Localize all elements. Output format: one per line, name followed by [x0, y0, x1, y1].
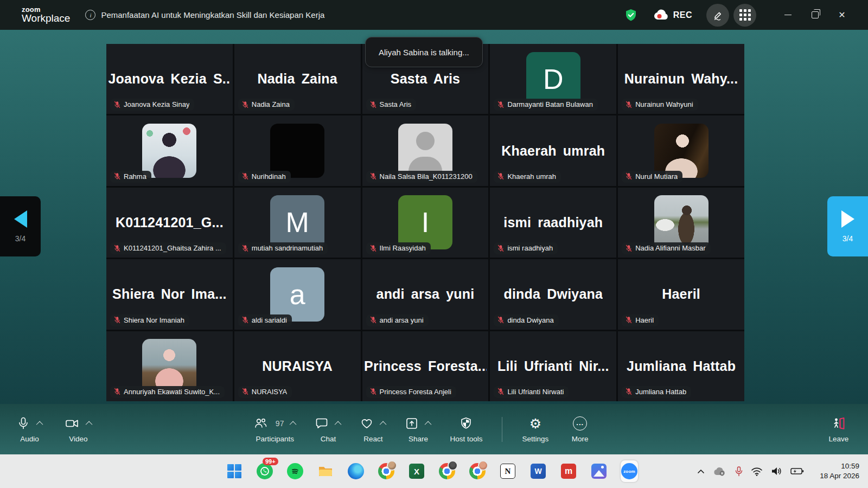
annotate-button[interactable]	[706, 4, 729, 27]
restore-button[interactable]	[805, 5, 825, 25]
recording-indicator[interactable]: REC	[653, 9, 692, 21]
react-chevron-icon[interactable]	[380, 421, 387, 428]
participant-tile[interactable]: Lili Ufrianti Nir... Lili Ufrianti Nirwa…	[490, 331, 616, 401]
taskbar-clock[interactable]: 10:59 18 Apr 2026	[820, 461, 859, 481]
photos-icon[interactable]	[590, 463, 608, 480]
chrome-icon-profile3[interactable]	[469, 463, 486, 480]
meeting-main-area: Joanova Kezia S... Joanova Kezia Sinay N…	[0, 30, 868, 454]
chat-button[interactable]: Chat	[315, 415, 341, 443]
zoom-app-icon[interactable]: zoom	[621, 463, 638, 480]
excel-icon[interactable]: X	[408, 463, 425, 480]
participant-tile[interactable]: dinda Dwiyana dinda Dwiyana	[490, 259, 616, 329]
zoom-workplace-logo: zoom Workplace	[22, 6, 70, 24]
audio-options-chevron-icon[interactable]	[36, 421, 43, 428]
muted-mic-icon	[113, 245, 121, 252]
muted-mic-icon	[625, 101, 633, 108]
participant-tile[interactable]: Princess Foresta... Princess Foresta Anj…	[362, 331, 489, 401]
participant-tile[interactable]: Rahma	[106, 115, 233, 185]
participants-chevron-icon[interactable]	[290, 421, 297, 428]
mendeley-icon[interactable]: m	[560, 463, 577, 480]
volume-icon[interactable]	[771, 466, 782, 476]
participant-tile[interactable]: andi arsa yuni andi arsa yuni	[362, 259, 489, 329]
participant-tile[interactable]: I Ilmi Raasyidah	[362, 188, 489, 258]
participant-tile[interactable]: a aldi sarialdi	[234, 259, 361, 329]
host-tools-button[interactable]: Host tools	[450, 415, 482, 443]
muted-mic-icon	[113, 101, 121, 108]
participant-name-text: Joanova Kezia Sinay	[124, 100, 189, 108]
muted-mic-icon	[369, 172, 377, 180]
leave-button[interactable]: Leave	[826, 415, 852, 443]
audio-button[interactable]: Audio	[16, 415, 43, 443]
participant-name-label: Nadia Alifianni Masbar	[622, 242, 710, 254]
participant-tile[interactable]: Khaerah umrah Khaerah umrah	[490, 115, 616, 185]
participant-tile[interactable]: Nurainun Wahy... Nurainun Wahyuni	[618, 44, 744, 114]
participant-avatar	[654, 124, 709, 178]
onedrive-icon[interactable]	[713, 466, 727, 476]
muted-mic-icon	[497, 316, 505, 324]
notion-icon[interactable]: N	[499, 463, 516, 480]
share-button[interactable]: Share	[405, 415, 431, 443]
chrome-icon-profile1[interactable]	[378, 463, 395, 480]
participant-tile[interactable]: Nadia Alifianni Masbar	[618, 188, 744, 258]
pencil-icon	[712, 9, 724, 21]
participant-tile[interactable]: ismi raadhiyah ismi raadhiyah	[490, 188, 616, 258]
participant-tile[interactable]: Haeril Haeril	[618, 259, 744, 329]
participant-avatar	[270, 124, 324, 178]
muted-mic-icon	[625, 316, 633, 324]
tray-microphone-icon[interactable]	[735, 466, 743, 477]
share-chevron-icon[interactable]	[425, 421, 432, 428]
more-button[interactable]: ... More	[567, 415, 593, 443]
video-button[interactable]: Video	[65, 415, 92, 443]
active-speaker-toast: Aliyah Sabina is talking...	[365, 37, 483, 67]
chat-chevron-icon[interactable]	[335, 421, 342, 428]
participant-big-name: Princess Foresta...	[364, 358, 487, 374]
spotify-icon[interactable]	[286, 463, 304, 480]
participant-tile[interactable]: K011241201_G... K011241201_Ghaitsa Zahir…	[106, 188, 233, 258]
participants-button[interactable]: 97 Participants	[253, 415, 297, 443]
participant-name-text: ismi raadhiyah	[507, 244, 553, 252]
participant-name-label: Lili Ufrianti Nirwati	[494, 386, 569, 398]
participant-tile[interactable]: Jumliana Hattab Jumliana Hattab	[618, 331, 744, 401]
chrome-icon-profile2[interactable]	[438, 463, 456, 480]
clock-time: 10:59	[820, 461, 859, 471]
participant-tile[interactable]: Naila Salsa Bila_K011231200	[362, 115, 489, 185]
leave-label: Leave	[829, 435, 849, 443]
whatsapp-badge: 99+	[263, 458, 278, 465]
tray-expand-chevron-icon[interactable]	[697, 469, 705, 474]
participant-tile[interactable]: M mutiah sandrinamutiah	[234, 188, 361, 258]
participant-tile[interactable]: Joanova Kezia S... Joanova Kezia Sinay	[106, 44, 233, 114]
wifi-icon[interactable]	[751, 467, 763, 476]
participant-name-label: Rahma	[110, 171, 151, 183]
participant-big-name: NURAISYA	[262, 358, 333, 374]
close-icon: ✕	[838, 11, 845, 20]
file-explorer-icon[interactable]	[317, 463, 334, 480]
meeting-info[interactable]: i Pemanfaatan AI untuk Meningkatkan Skil…	[85, 10, 324, 20]
participant-tile[interactable]: Nurul Mutiara	[618, 115, 744, 185]
participant-tile[interactable]: NURAISYA NURAISYA	[234, 331, 361, 401]
next-page-button[interactable]: 3/4	[827, 196, 868, 256]
whatsapp-icon[interactable]: 99+	[256, 463, 273, 480]
share-screen-icon	[405, 416, 419, 431]
minimize-button[interactable]	[778, 5, 797, 25]
word-icon[interactable]: W	[529, 463, 547, 480]
muted-mic-icon	[497, 101, 505, 108]
muted-mic-icon	[241, 172, 249, 180]
close-button[interactable]: ✕	[832, 5, 852, 25]
security-shield-icon[interactable]	[625, 9, 637, 22]
start-button[interactable]	[226, 463, 243, 480]
react-button[interactable]: React	[360, 415, 386, 443]
participant-tile[interactable]: Shiera Nor Ima... Shiera Nor Imaniah	[106, 259, 233, 329]
participant-tile[interactable]: Annuriyah Ekawati Suwito_K...	[106, 331, 233, 401]
participant-tile[interactable]: D Darmayanti Batan Bulawan	[490, 44, 616, 114]
apps-button[interactable]	[733, 4, 756, 27]
settings-button[interactable]: ⚙ Settings	[522, 415, 548, 443]
participant-tile[interactable]: Nurihdinah	[234, 115, 361, 185]
edge-icon[interactable]	[347, 463, 365, 480]
settings-label: Settings	[522, 435, 548, 443]
video-options-chevron-icon[interactable]	[86, 421, 93, 428]
previous-page-button[interactable]: 3/4	[0, 196, 41, 256]
rec-cloud-icon	[653, 9, 669, 21]
participant-tile[interactable]: Nadia Zaina Nadia Zaina	[234, 44, 361, 114]
battery-icon[interactable]	[790, 467, 804, 475]
gear-icon: ⚙	[529, 417, 541, 431]
